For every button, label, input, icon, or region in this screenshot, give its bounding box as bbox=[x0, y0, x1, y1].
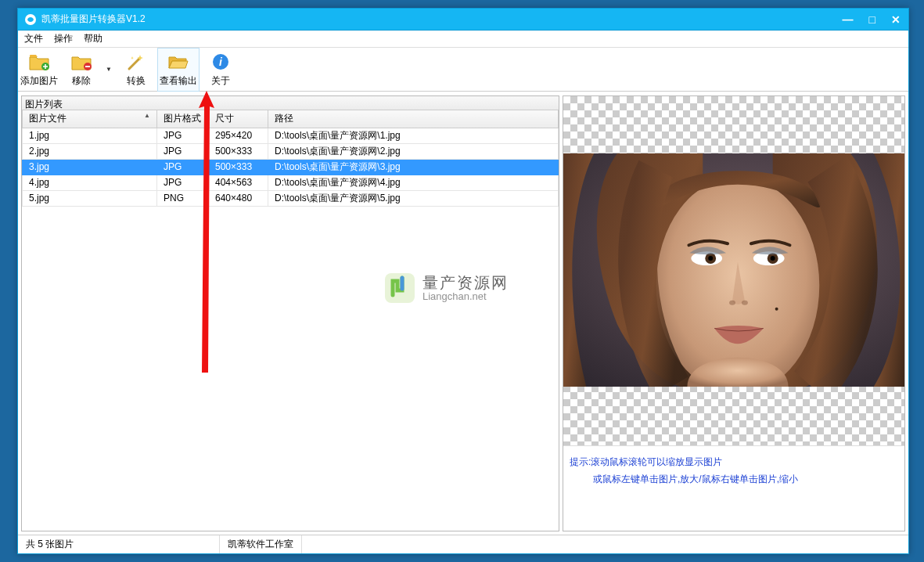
wand-icon bbox=[125, 51, 147, 73]
window-title: 凯蒂批量图片转换器V1.2 bbox=[41, 13, 146, 26]
convert-button[interactable]: 转换 bbox=[115, 48, 157, 92]
cell-format: PNG bbox=[157, 190, 209, 206]
remove-button[interactable]: 移除 bbox=[60, 48, 102, 92]
preview-checkerboard bbox=[563, 96, 904, 445]
cell-file: 5.jpg bbox=[23, 190, 157, 206]
file-list-panel: 图片列表 图片文件▲ 图片格式 尺寸 路径 1.jpgJPG295×420D:\… bbox=[21, 95, 559, 531]
col-file[interactable]: 图片文件▲ bbox=[23, 110, 157, 128]
col-size[interactable]: 尺寸 bbox=[209, 110, 268, 128]
cell-size: 500×333 bbox=[209, 159, 268, 175]
svg-point-14 bbox=[742, 301, 748, 305]
cell-path: D:\tools\桌面\量产资源网\2.jpg bbox=[268, 143, 559, 159]
svg-point-12 bbox=[771, 256, 775, 261]
toolbar-label: 转换 bbox=[127, 74, 146, 88]
about-button[interactable]: i 关于 bbox=[200, 48, 242, 92]
toolbar: 添加图片 移除 ▼ 转换 查看输出 i 关于 bbox=[18, 48, 908, 92]
folder-open-icon bbox=[167, 51, 189, 73]
folder-remove-icon bbox=[70, 51, 92, 73]
cell-size: 404×563 bbox=[209, 175, 268, 190]
tip-line2: 或鼠标左键单击图片,放大/鼠标右键单击图片,缩小 bbox=[570, 471, 898, 488]
cell-path: D:\tools\桌面\量产资源网\5.jpg bbox=[268, 190, 559, 206]
maximize-button[interactable]: □ bbox=[866, 12, 879, 27]
cell-size: 640×480 bbox=[209, 190, 268, 206]
statusbar: 共 5 张图片 凯蒂软件工作室 bbox=[18, 535, 908, 553]
cell-path: D:\tools\桌面\量产资源网\4.jpg bbox=[268, 175, 559, 190]
toolbar-label: 关于 bbox=[211, 74, 230, 88]
view-output-button[interactable]: 查看输出 bbox=[157, 48, 200, 92]
cell-format: JPG bbox=[157, 159, 209, 175]
add-image-button[interactable]: 添加图片 bbox=[18, 48, 60, 92]
preview-panel: 提示:滚动鼠标滚轮可以缩放显示图片 或鼠标左键单击图片,放大/鼠标右键单击图片,… bbox=[563, 95, 905, 531]
menu-operation[interactable]: 操作 bbox=[54, 32, 73, 45]
app-icon bbox=[24, 13, 37, 26]
svg-point-15 bbox=[775, 308, 778, 311]
cell-file: 4.jpg bbox=[23, 175, 157, 190]
toolbar-label: 添加图片 bbox=[20, 74, 58, 88]
app-window: 凯蒂批量图片转换器V1.2 — □ ✕ 文件 操作 帮助 添加图片 移除 ▼ bbox=[17, 8, 909, 554]
table-row[interactable]: 2.jpgJPG500×333D:\tools\桌面\量产资源网\2.jpg bbox=[23, 143, 559, 159]
cell-format: JPG bbox=[157, 143, 209, 159]
table-row[interactable]: 3.jpgJPG500×333D:\tools\桌面\量产资源网\3.jpg bbox=[23, 159, 559, 175]
file-table: 图片文件▲ 图片格式 尺寸 路径 1.jpgJPG295×420D:\tools… bbox=[22, 110, 559, 207]
svg-point-11 bbox=[708, 256, 713, 261]
tip-line1: 提示:滚动鼠标滚轮可以缩放显示图片 bbox=[570, 454, 898, 471]
table-row[interactable]: 4.jpgJPG404×563D:\tools\桌面\量产资源网\4.jpg bbox=[23, 175, 559, 190]
cell-file: 1.jpg bbox=[23, 128, 157, 143]
minimize-button[interactable]: — bbox=[840, 12, 857, 27]
panel-title: 图片列表 bbox=[22, 96, 559, 110]
table-row[interactable]: 5.jpgPNG640×480D:\tools\桌面\量产资源网\5.jpg bbox=[23, 190, 559, 206]
cell-path: D:\tools\桌面\量产资源网\1.jpg bbox=[268, 128, 559, 143]
col-path[interactable]: 路径 bbox=[268, 110, 559, 128]
cell-path: D:\tools\桌面\量产资源网\3.jpg bbox=[268, 159, 559, 175]
table-row[interactable]: 1.jpgJPG295×420D:\tools\桌面\量产资源网\1.jpg bbox=[23, 128, 559, 143]
menu-file[interactable]: 文件 bbox=[24, 32, 43, 45]
titlebar: 凯蒂批量图片转换器V1.2 — □ ✕ bbox=[18, 9, 908, 31]
cell-file: 2.jpg bbox=[23, 143, 157, 159]
close-button[interactable]: ✕ bbox=[888, 12, 904, 27]
svg-point-13 bbox=[729, 301, 735, 305]
remove-dropdown[interactable]: ▼ bbox=[102, 66, 115, 73]
info-icon: i bbox=[210, 51, 232, 73]
menubar: 文件 操作 帮助 bbox=[18, 31, 908, 48]
tips-text: 提示:滚动鼠标滚轮可以缩放显示图片 或鼠标左键单击图片,放大/鼠标右键单击图片,… bbox=[563, 445, 904, 495]
toolbar-label: 查看输出 bbox=[160, 74, 197, 88]
folder-add-icon bbox=[28, 51, 50, 73]
status-studio: 凯蒂软件工作室 bbox=[220, 535, 302, 553]
status-count: 共 5 张图片 bbox=[18, 535, 220, 553]
cell-file: 3.jpg bbox=[23, 159, 157, 175]
toolbar-label: 移除 bbox=[72, 74, 91, 88]
cell-format: JPG bbox=[157, 175, 209, 190]
preview-image[interactable] bbox=[563, 153, 904, 387]
menu-help[interactable]: 帮助 bbox=[84, 32, 102, 45]
cell-size: 295×420 bbox=[209, 128, 268, 143]
cell-size: 500×333 bbox=[209, 143, 268, 159]
col-format[interactable]: 图片格式 bbox=[157, 110, 209, 128]
cell-format: JPG bbox=[157, 128, 209, 143]
sort-asc-icon: ▲ bbox=[144, 112, 150, 119]
